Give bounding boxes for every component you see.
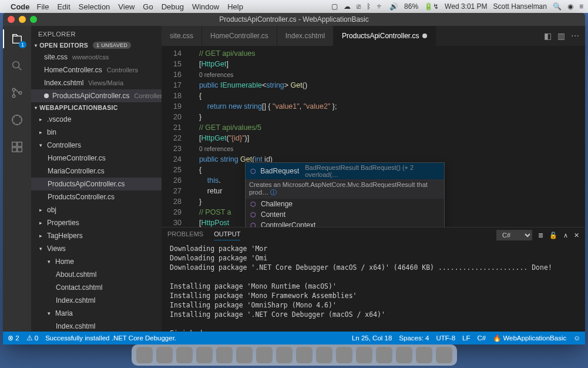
open-editor-item[interactable]: site.csswwwroot/css xyxy=(31,51,162,63)
status-project[interactable]: 🔥 WebApplicationBasic xyxy=(493,334,566,342)
spotlight-icon[interactable]: 🔍 xyxy=(553,2,562,11)
editor-tab[interactable]: ProductsApiController.cs xyxy=(334,26,436,46)
project-header[interactable]: ▾ WEBAPPLICATIONBASIC xyxy=(31,102,162,113)
dock-visualstudio[interactable] xyxy=(276,347,293,363)
tree-folder[interactable]: Properties xyxy=(31,216,162,229)
menu-edit[interactable]: Edit xyxy=(57,2,70,11)
window-minimize-button[interactable] xyxy=(19,16,26,23)
panel-maximize-icon[interactable]: ∧ xyxy=(563,232,568,239)
editor-tab[interactable]: HomeController.cs xyxy=(202,26,277,46)
tree-folder[interactable]: Maria xyxy=(31,307,162,320)
source-control-icon[interactable] xyxy=(9,85,25,101)
siri-icon[interactable]: ◉ xyxy=(567,2,573,11)
tree-folder[interactable]: bin xyxy=(31,126,162,139)
open-editor-item[interactable]: Index.cshtmlViews/Maria xyxy=(31,76,162,89)
open-editor-item[interactable]: ProductsApiController.csControllers xyxy=(31,89,162,102)
dock-document[interactable] xyxy=(376,347,392,363)
status-cursor[interactable]: Ln 25, Col 18 xyxy=(352,334,392,342)
code-editor[interactable]: 1415161718192021222324252627282930313233… xyxy=(162,46,585,227)
panel-tab-problems[interactable]: PROBLEMS xyxy=(167,230,203,240)
tree-file[interactable]: MariaController.cs xyxy=(31,165,162,178)
tree-folder[interactable]: .vscode xyxy=(31,113,162,126)
toggle-layout-icon[interactable]: ▥ xyxy=(557,31,565,41)
status-warnings[interactable]: ⚠ 0 xyxy=(26,334,39,342)
airplay-icon[interactable]: ▢ xyxy=(331,2,338,11)
dock-finder[interactable] xyxy=(136,347,153,363)
tree-file[interactable]: Index.cshtml xyxy=(31,320,162,332)
tree-file[interactable]: ProductsController.cs xyxy=(31,190,162,203)
output-channel-select[interactable]: C# xyxy=(496,230,532,240)
open-editors-header[interactable]: ▾ OPEN EDITORS 1 UNSAVED xyxy=(31,40,162,51)
panel-tab-output[interactable]: OUTPUT xyxy=(214,230,240,240)
dock-safari[interactable] xyxy=(196,347,213,363)
debug-icon[interactable] xyxy=(9,112,25,128)
tree-folder[interactable]: TagHelpers xyxy=(31,229,162,242)
app-name[interactable]: Code xyxy=(11,2,30,11)
volume-icon[interactable]: 🔊 xyxy=(389,2,398,11)
menu-selection[interactable]: Selection xyxy=(79,2,110,11)
menu-debug[interactable]: Debug xyxy=(162,2,184,11)
tree-file[interactable]: HomeController.cs xyxy=(31,152,162,165)
status-language[interactable]: C# xyxy=(478,334,486,342)
battery-icon[interactable]: 🔋↯ xyxy=(424,2,439,11)
battery-percent[interactable]: 86% xyxy=(404,2,418,11)
tree-folder[interactable]: Views xyxy=(31,242,162,255)
intellisense-item[interactable]: ⬡Challenge xyxy=(246,199,444,209)
window-maximize-button[interactable] xyxy=(30,16,37,23)
search-icon[interactable] xyxy=(9,58,25,74)
dock-vscode[interactable] xyxy=(256,347,273,363)
wifi-icon[interactable]: ᯤ xyxy=(377,2,384,11)
dock-folder[interactable] xyxy=(336,347,352,363)
dock-rider[interactable] xyxy=(296,347,313,363)
dock-document2[interactable] xyxy=(396,347,412,363)
tree-file[interactable]: Contact.cshtml xyxy=(31,281,162,294)
bluetooth-icon[interactable]: ᛒ xyxy=(367,2,371,11)
menu-view[interactable]: View xyxy=(118,2,135,11)
dock-xamarin[interactable] xyxy=(316,347,332,363)
menu-file[interactable]: File xyxy=(37,2,49,11)
tree-folder[interactable]: Controllers xyxy=(31,139,162,152)
extensions-icon[interactable] xyxy=(9,139,25,155)
editor-tab[interactable]: site.css xyxy=(162,26,202,46)
dock-document3[interactable] xyxy=(416,347,432,363)
screen-icon[interactable]: ⎚ xyxy=(357,2,361,11)
menu-help[interactable]: Help xyxy=(227,2,243,11)
menu-go[interactable]: Go xyxy=(143,2,153,11)
panel-close-icon[interactable]: ✕ xyxy=(574,232,579,239)
editor-tab[interactable]: Index.cshtml xyxy=(277,26,334,46)
intellisense-item-selected[interactable]: ⬡ BadRequest BadRequestResult BadRequest… xyxy=(246,163,444,179)
dock-siri[interactable] xyxy=(156,347,173,363)
tree-folder[interactable]: Home xyxy=(31,255,162,268)
tree-folder[interactable]: obj xyxy=(31,203,162,216)
user-name[interactable]: Scott Hanselman xyxy=(493,2,547,11)
status-errors[interactable]: ⊗ 2 xyxy=(8,334,19,342)
status-feedback-icon[interactable]: ☺ xyxy=(573,334,580,342)
datetime[interactable]: Wed 3:01 PM xyxy=(445,2,487,11)
menu-window[interactable]: Window xyxy=(192,2,219,11)
dock-appstore[interactable] xyxy=(176,347,193,363)
open-editor-item[interactable]: HomeController.csControllers xyxy=(31,63,162,76)
dock-trash[interactable] xyxy=(436,347,452,363)
dock-chrome[interactable] xyxy=(236,347,253,363)
cloud-icon[interactable]: ☁ xyxy=(344,2,351,11)
tree-file[interactable]: Index.cshtml xyxy=(31,294,162,307)
window-close-button[interactable] xyxy=(8,16,15,23)
lock-scroll-icon[interactable]: 🔓 xyxy=(549,232,557,239)
split-editor-icon[interactable]: ◧ xyxy=(544,31,552,41)
notification-icon[interactable]: ≡ xyxy=(579,2,583,11)
status-encoding[interactable]: UTF-8 xyxy=(436,334,456,342)
explorer-icon[interactable]: 1 xyxy=(9,31,25,47)
dock-terminal[interactable] xyxy=(216,347,233,363)
output-content[interactable]: Downloading package 'Mor Downloading pac… xyxy=(162,240,585,332)
tree-file[interactable]: About.cshtml xyxy=(31,268,162,281)
status-eol[interactable]: LF xyxy=(462,334,470,342)
intellisense-popup[interactable]: ⬡ BadRequest BadRequestResult BadRequest… xyxy=(245,162,445,227)
status-message[interactable]: Successfully installed .NET Core Debugge… xyxy=(45,334,176,342)
dock-downloads[interactable] xyxy=(356,347,372,363)
window-titlebar[interactable]: ProductsApiController.cs - WebApplicatio… xyxy=(3,13,585,26)
clear-output-icon[interactable]: ≣ xyxy=(538,232,543,239)
more-icon[interactable]: ⋯ xyxy=(571,31,579,41)
status-spaces[interactable]: Spaces: 4 xyxy=(399,334,429,342)
intellisense-item[interactable]: ⬡Content xyxy=(246,209,444,220)
tree-file[interactable]: ProductsApiController.cs xyxy=(31,178,162,190)
